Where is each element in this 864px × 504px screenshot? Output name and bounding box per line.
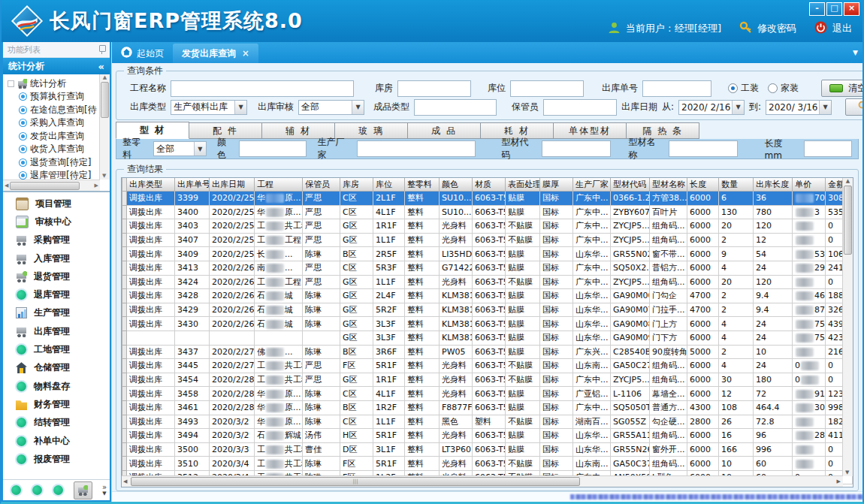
column-header[interactable]: 单价 (793, 178, 826, 192)
sidebar-item-退库管理[interactable]: 退库管理 (3, 285, 110, 303)
column-header[interactable]: 膜厚 (540, 178, 573, 192)
sidebar-tree-item[interactable]: 预算执行查询 (8, 90, 110, 104)
column-header[interactable]: 库房 (340, 178, 373, 192)
material-tab[interactable]: 成 品 (408, 122, 481, 139)
sidebar-item-报废管理[interactable]: 报废管理 (3, 450, 110, 468)
out-type-select[interactable]: 生产领料出库▼ (171, 100, 247, 115)
column-header[interactable]: 保管员 (303, 178, 340, 192)
grid-vertical-scrollbar[interactable]: ▲▼ (842, 178, 853, 476)
date-to-picker[interactable]: 2020/ 3/16▼ (766, 100, 832, 115)
collapse-icon[interactable]: « (98, 61, 104, 72)
profile-name-input[interactable] (669, 140, 738, 157)
color-input[interactable] (239, 140, 307, 157)
tree-expander-icon[interactable] (8, 80, 14, 87)
overflow-chevron[interactable]: »▼ (102, 484, 107, 496)
sidebar-item-补单中心[interactable]: 补单中心 (3, 432, 110, 450)
whole-part-select[interactable]: 全部▼ (153, 141, 207, 156)
column-header[interactable]: 出库日期 (210, 178, 255, 192)
table-row[interactable]: 调拨出库35102020/3/4工共工程陈琳F区5R1F整料光身料6063-T5… (122, 457, 853, 471)
shortcut-cart-button[interactable] (74, 481, 92, 499)
column-header[interactable]: 颜色 (440, 178, 473, 192)
column-header[interactable]: 工程 (255, 178, 303, 192)
column-header[interactable]: 生产厂家 (573, 178, 611, 192)
close-button[interactable]: × (844, 2, 859, 16)
audit-select[interactable]: 全部▼ (298, 100, 364, 115)
maker-input[interactable] (357, 140, 476, 157)
column-header[interactable]: 型材代码 (611, 178, 650, 192)
column-header[interactable]: 表面处理 (506, 178, 540, 192)
sidebar-tree-item[interactable]: 退库管理[待定] (8, 169, 110, 180)
table-row[interactable]: 调拨出库34242020/2/26工工程严思G区1L1F整料光身料6063-T5… (122, 275, 853, 289)
sidebar-tree-item[interactable]: 收货入库查询 (8, 143, 110, 156)
table-row[interactable]: 调拨出库34582020/2/28华原...陈琳C区4L1F整料光身料6063-… (122, 387, 853, 401)
table-row[interactable]: 调拨出库34282020/2/26石城陈琳G区2L4F整料KLM38176063… (122, 289, 853, 303)
radio-industrial[interactable]: 工装 (728, 82, 759, 95)
length-input[interactable] (804, 140, 852, 157)
sidebar-item-出库管理[interactable]: 出库管理 (3, 322, 110, 340)
sidebar-item-审核中心[interactable]: 审核中心 (3, 213, 110, 231)
column-header[interactable]: 出库类型 (127, 178, 175, 192)
profile-code-input[interactable] (542, 140, 611, 157)
table-row[interactable]: 调拨出库34372020/2/27佛...陈琳B区3R6F整料PW056063-… (122, 345, 853, 359)
tab-close-icon[interactable]: × (242, 48, 249, 59)
column-header[interactable]: 材质 (473, 178, 506, 192)
sidebar-item-入库管理[interactable]: 入库管理 (3, 249, 110, 267)
sidebar-item-退货管理[interactable]: 退货管理 (3, 267, 110, 285)
material-tab[interactable]: 单体型材 (554, 122, 627, 139)
sidebar-item-工地管理[interactable]: 工地管理 (3, 340, 110, 358)
clear-conditions-button[interactable]: 清空条件 (821, 80, 864, 97)
sidebar-tree-item[interactable]: 发货出库查询 (8, 130, 110, 143)
radio-home[interactable]: 家装 (768, 82, 799, 95)
change-password-link[interactable]: 修改密码 (757, 22, 796, 35)
table-row[interactable]: 调拨出库34452020/2/27工共工程严思F区5R1F整料光身料6063-T… (122, 359, 853, 373)
table-row[interactable]: G区3L3F整料KLM38176063-T5贴膜国标山东华...GA90M09.… (122, 330, 853, 345)
tree-horizontal-scrollbar[interactable]: ◀▶ (3, 180, 100, 191)
sidebar-tree-item[interactable]: 在途信息查询[待 (8, 104, 110, 117)
sidebar-item-结转管理[interactable]: 结转管理 (3, 414, 110, 432)
column-header[interactable]: 长度 (687, 178, 719, 192)
table-row[interactable]: 调拨出库34542020/2/28工共工程严思G区1R1F整料光身料6063-T… (122, 373, 853, 387)
project-name-input[interactable] (171, 80, 354, 97)
table-row[interactable]: 调拨出库33992020/2/25华原...严思C区2L1F整料SU10...6… (122, 192, 853, 206)
column-header[interactable]: 数量 (719, 178, 754, 192)
sidebar-item-物料盘存[interactable]: 物料盘存 (3, 377, 110, 395)
warehouse-input[interactable] (397, 80, 471, 97)
column-header[interactable]: 库位 (373, 178, 405, 192)
column-header[interactable]: 整零料 (405, 178, 440, 192)
minimize-button[interactable]: - (809, 2, 825, 16)
tree-vertical-scrollbar[interactable]: ▲▼ (99, 74, 110, 180)
keeper-input[interactable] (543, 99, 617, 116)
tree-root-statistics[interactable]: 统计分析 (8, 77, 110, 90)
table-row[interactable]: 调拨出库34302020/2/26石城陈琳G区3L3F整料KLM38176063… (122, 317, 853, 331)
location-input[interactable] (510, 80, 584, 97)
table-row[interactable]: 调拨出库34942020/3/2石辉城汤伟H区5R1F整料光身料6063-T5贴… (122, 429, 853, 443)
sidebar-tree-item[interactable]: 退货查询[待定] (8, 156, 110, 170)
column-header[interactable]: 出库单号 (175, 178, 210, 192)
tab-shipping-outbound-query[interactable]: 发货出库查询 × (173, 44, 258, 63)
column-header[interactable]: 型材名称 (650, 178, 687, 192)
table-row[interactable]: 调拨出库34932020/3/2华原...陈琳C区1L1F整料黑色塑料不贴膜国标… (122, 415, 853, 429)
tab-home[interactable]: 起始页 (112, 44, 173, 63)
sidebar-item-采购管理[interactable]: 采购管理 (3, 231, 110, 249)
date-from-picker[interactable]: 2020/ 2/16▼ (678, 100, 745, 115)
table-row[interactable]: 调拨出库34132020/2/26南...严思C区5R3F整料G71422606… (122, 261, 853, 275)
shortcut-circle-icon[interactable] (11, 485, 21, 495)
product-type-input[interactable] (414, 99, 497, 116)
tab-list-dropdown-icon[interactable]: ▼ (853, 49, 858, 56)
column-header[interactable]: 出库长度 (754, 178, 793, 192)
order-no-input[interactable] (642, 80, 711, 97)
sidebar-item-财务管理[interactable]: 财务管理 (3, 395, 110, 413)
sidebar-item-生产管理[interactable]: 生产管理 (3, 304, 110, 322)
grid-horizontal-scrollbar[interactable]: ◀|||▶ (122, 475, 843, 487)
sidebar-item-仓储管理[interactable]: 仓储管理 (3, 359, 110, 377)
logout-link[interactable]: 退出 (832, 22, 852, 35)
table-row[interactable]: 调拨出库34032020/2/25工共工程严思G区1R1F整料光身料6063-T… (122, 219, 853, 234)
pin-icon[interactable] (98, 45, 105, 54)
sidebar-tree-item[interactable]: 采购入库查询 (8, 116, 110, 130)
shortcut-circle-icon[interactable] (53, 485, 63, 495)
search-button[interactable]: 查 询 (845, 98, 864, 116)
table-row[interactable]: 调拨出库34002020/2/25华原...严思C区4L1F整料SU10...6… (122, 205, 853, 219)
sidebar-item-项目管理[interactable]: 项目管理 (3, 195, 110, 213)
table-row[interactable]: 调拨出库34072020/2/25工工程严思G区1L1F整料光身料6063-T5… (122, 233, 853, 247)
table-row[interactable]: 调拨出库34092020/2/25长...陈琳B区2R5F整料LI35HD606… (122, 247, 853, 261)
